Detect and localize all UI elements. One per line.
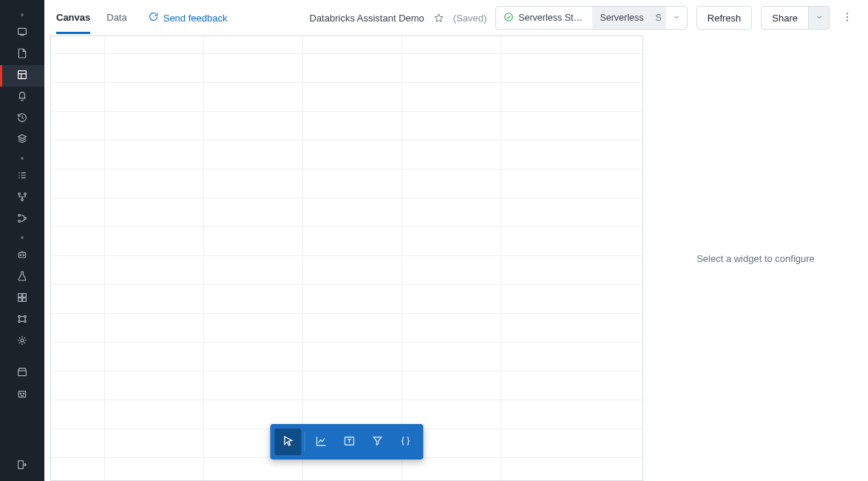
compute-selector[interactable]: Serverless Sta... Serverless S	[495, 6, 687, 30]
svg-point-25	[505, 13, 513, 21]
sidebar-item-marketplace[interactable]	[0, 363, 44, 384]
sidebar-item-pipelines[interactable]	[0, 209, 44, 230]
refresh-button[interactable]: Refresh	[696, 6, 753, 30]
sidebar-item-features[interactable]	[0, 309, 44, 331]
sidebar-item-workspace[interactable]	[0, 22, 44, 44]
cursor-tool-button[interactable]	[275, 428, 302, 455]
svg-point-4	[21, 199, 24, 201]
tab-data[interactable]: Data	[106, 1, 126, 34]
svg-point-21	[20, 393, 21, 394]
send-feedback-link[interactable]: Send feedback	[148, 11, 228, 24]
share-dropdown-button[interactable]	[809, 6, 830, 30]
svg-point-16	[24, 315, 27, 317]
svg-rect-11	[18, 294, 22, 297]
svg-point-5	[18, 215, 21, 217]
svg-point-2	[18, 193, 21, 195]
compute-size-badge: S	[651, 7, 665, 29]
svg-point-22	[23, 393, 24, 394]
text-tool-icon	[343, 434, 356, 450]
share-button[interactable]: Share	[761, 6, 809, 30]
sidebar-item-catalog[interactable]	[0, 130, 44, 151]
robot-icon	[16, 249, 28, 263]
svg-point-15	[18, 315, 21, 317]
chevron-down-icon	[672, 13, 681, 24]
experiment-icon	[16, 270, 28, 284]
chevron-down-icon	[815, 13, 824, 24]
tab-canvas[interactable]: Canvas	[56, 1, 90, 34]
star-icon[interactable]	[433, 13, 444, 24]
svg-point-26	[847, 13, 848, 14]
chat-icon	[148, 11, 159, 24]
sidebar-item-experiment[interactable]	[0, 266, 44, 288]
svg-point-9	[20, 255, 21, 255]
svg-rect-12	[23, 294, 27, 297]
sidebar-item-logout[interactable]	[0, 455, 44, 477]
filter-tool-icon	[371, 434, 384, 450]
sidebar-item-repo[interactable]	[0, 44, 44, 65]
workspace-icon	[16, 26, 28, 40]
param-tool-icon	[399, 434, 413, 450]
sidebar-item-serving[interactable]	[0, 331, 44, 352]
sidebar-separator	[21, 157, 24, 160]
svg-point-7	[24, 218, 27, 220]
tasks-icon	[16, 169, 28, 184]
svg-point-19	[21, 339, 24, 342]
svg-point-6	[18, 221, 21, 223]
svg-point-3	[24, 193, 27, 195]
widget-config-panel: Select a widget to configure	[643, 36, 868, 481]
repo-icon	[16, 47, 28, 61]
svg-rect-23	[18, 461, 24, 469]
features-icon	[16, 313, 28, 327]
sidebar-item-workflows[interactable]	[0, 187, 44, 209]
check-circle-icon	[503, 12, 514, 24]
svg-rect-0	[18, 28, 27, 34]
logout-icon	[16, 459, 28, 473]
sidebar-item-partner[interactable]	[0, 384, 44, 406]
sidebar-item-dashboard[interactable]	[0, 65, 44, 87]
alerts-icon	[16, 90, 28, 104]
models-icon	[16, 292, 28, 306]
compute-runtime-label: Serverless	[592, 7, 651, 29]
left-sidebar	[0, 0, 44, 481]
svg-point-18	[24, 320, 27, 323]
cursor-tool-icon	[282, 434, 295, 450]
top-bar: Canvas Data Send feedback Databricks Ass…	[44, 0, 868, 36]
sidebar-separator	[21, 236, 24, 239]
svg-rect-20	[18, 391, 25, 397]
svg-rect-1	[18, 71, 27, 79]
config-placeholder-text: Select a widget to configure	[696, 253, 815, 264]
svg-point-27	[847, 16, 848, 17]
compute-dropdown-caret[interactable]	[666, 7, 687, 29]
send-feedback-label: Send feedback	[163, 13, 228, 24]
text-tool-button[interactable]	[336, 428, 363, 455]
sidebar-separator	[21, 13, 24, 16]
param-tool-button[interactable]	[393, 428, 419, 455]
chart-tool-button[interactable]	[308, 428, 335, 455]
kebab-icon	[841, 11, 853, 25]
sidebar-item-tasks[interactable]	[0, 166, 44, 187]
saved-status: (Saved)	[453, 13, 487, 24]
pipelines-icon	[16, 212, 28, 226]
svg-point-28	[847, 19, 848, 21]
serving-icon	[16, 334, 28, 349]
more-menu-button[interactable]	[838, 11, 856, 25]
widget-toolbar	[271, 424, 424, 460]
partner-icon	[16, 388, 28, 402]
toolbar-divider	[305, 432, 305, 451]
dashboard-canvas[interactable]	[50, 36, 643, 481]
svg-point-24	[153, 16, 154, 17]
sidebar-item-history[interactable]	[0, 108, 44, 130]
sidebar-item-alerts[interactable]	[0, 87, 44, 108]
sidebar-item-models[interactable]	[0, 288, 44, 309]
compute-status-label: Serverless Sta...	[518, 13, 585, 23]
svg-point-10	[23, 255, 24, 255]
marketplace-icon	[16, 366, 28, 380]
svg-point-17	[18, 320, 21, 323]
catalog-icon	[16, 133, 28, 147]
svg-rect-14	[23, 298, 27, 302]
history-icon	[16, 112, 28, 126]
filter-tool-button[interactable]	[365, 428, 391, 455]
sidebar-item-robot[interactable]	[0, 245, 44, 266]
tab-group: Canvas Data Send feedback	[56, 1, 227, 34]
page-title: Databricks Assistant Demo	[310, 13, 424, 24]
